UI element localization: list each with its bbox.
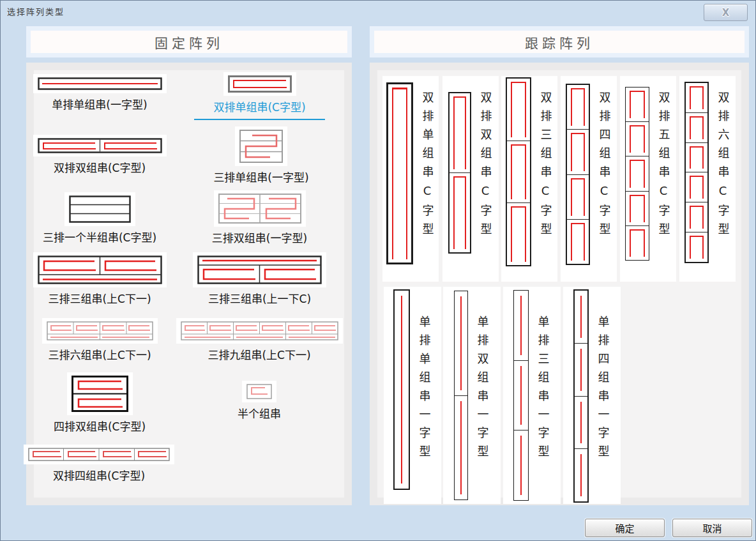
string-segment	[686, 113, 707, 143]
fixed-option-12-label: 半个组串	[238, 405, 281, 421]
fixed-option-5-diagram	[64, 192, 135, 226]
tracking-option-bot-4[interactable]: 单排四组串一字型	[563, 287, 621, 504]
string-segment	[626, 226, 649, 260]
string-segment	[686, 202, 707, 232]
string-segment	[514, 291, 528, 361]
tracking-option-label: 双排五组串C字型	[655, 91, 672, 282]
fixed-option-11[interactable]: 四排双组串(C字型)	[39, 372, 160, 434]
triple-row-single-string-s-icon	[239, 130, 283, 163]
red-line-string-icon	[580, 454, 582, 496]
fixed-option-13[interactable]: 双排四组串(C字型)	[22, 445, 176, 483]
fixed-option-10[interactable]: 三排九组串(上C下一)	[176, 318, 342, 362]
red-line-string-icon	[580, 349, 582, 391]
single-row-single-string-icon	[38, 77, 162, 90]
red-line-string-icon	[520, 436, 522, 495]
fixed-option-7[interactable]: 三排三组串(上C下一)	[29, 252, 170, 306]
tracking-option-bot-3[interactable]: 单排三组串一字型	[503, 287, 561, 504]
string-segment	[567, 130, 589, 174]
tracking-option-top-4[interactable]: 双排四组串C字型	[561, 76, 617, 282]
string-segment	[455, 291, 467, 396]
tracking-option-bot-2[interactable]: 单排双组串一字型	[443, 287, 501, 504]
half-string-icon	[246, 384, 272, 399]
fixed-option-9[interactable]: 三排六组串(上C下一)	[29, 318, 170, 362]
string-segment	[686, 172, 707, 202]
fixed-option-1[interactable]: 单排单组串(一字型)	[29, 74, 170, 112]
triple-row-triple-string-topc-icon	[38, 255, 162, 284]
string-segment	[388, 84, 411, 263]
red-c-string-icon	[690, 116, 704, 139]
tracking-option-bot-1[interactable]: 单排单组串一字型	[384, 287, 441, 504]
fixed-option-3-diagram	[33, 135, 167, 156]
tracking-option-label: 单排单组串一字型	[416, 316, 432, 504]
fixed-option-8-diagram	[193, 252, 326, 287]
red-c-string-icon	[571, 133, 585, 171]
triple-row-double-string-ss-icon	[218, 194, 301, 224]
fixed-option-5-label: 三排一个半组串(C字型)	[43, 229, 156, 245]
close-button[interactable]: X	[704, 4, 748, 21]
c-shape-string-diagram	[386, 82, 413, 264]
fixed-option-3[interactable]: 双排双组串(C字型)	[29, 135, 170, 175]
tracking-option-label: 双排双组串C字型	[477, 91, 494, 282]
string-segment	[686, 232, 707, 262]
fixed-option-6-label: 三排双组串(一字型)	[212, 229, 307, 245]
fixed-option-7-diagram	[33, 252, 167, 287]
double-row-single-string-c-icon	[228, 75, 292, 93]
double-row-double-string-c-icon	[38, 138, 162, 153]
string-segment	[575, 291, 587, 344]
fixed-option-13-label: 双排四组串(C字型)	[53, 467, 145, 483]
red-c-string-icon	[690, 236, 704, 259]
line-string-diagram	[393, 289, 410, 490]
fixed-option-6[interactable]: 三排双组串(一字型)	[210, 190, 309, 245]
red-c-string-icon	[690, 146, 704, 169]
string-segment	[567, 175, 589, 220]
red-c-string-icon	[630, 229, 645, 257]
string-segment	[575, 397, 587, 450]
fixed-option-10-label: 三排九组串(上C下一)	[208, 346, 310, 362]
fixed-option-8-label: 三排三组串(上一下C)	[208, 290, 311, 306]
cancel-button[interactable]: 取消	[672, 519, 752, 537]
quad-row-double-string-c-icon	[72, 376, 128, 412]
string-segment	[575, 344, 587, 397]
tracking-option-label: 单排三组串一字型	[534, 316, 551, 504]
tracking-option-top-1[interactable]: 双排单组串C字型	[382, 76, 439, 282]
fixed-option-4[interactable]: 三排单组串(一字型)	[216, 126, 306, 185]
line-string-diagram	[454, 291, 468, 500]
red-line-string-icon	[520, 366, 522, 425]
red-c-string-icon	[453, 96, 466, 169]
string-segment	[507, 203, 530, 265]
red-c-string-icon	[511, 206, 526, 262]
double-row-quad-string-c-icon	[28, 448, 170, 461]
red-line-string-icon	[580, 402, 582, 444]
tracking-option-label: 双排四组串C字型	[596, 91, 612, 282]
fixed-option-12[interactable]: 半个组串	[211, 381, 307, 421]
c-shape-string-diagram	[566, 84, 590, 265]
string-segment	[450, 93, 470, 173]
triple-row-six-string-icon	[47, 321, 153, 340]
tracking-option-top-5[interactable]: 双排五组串C字型	[620, 76, 676, 282]
tracking-array-panel: 双排单组串C字型双排双组串C字型双排三组串C字型双排四组串C字型双排五组串C字型…	[370, 63, 749, 505]
string-segment	[686, 83, 707, 113]
string-segment	[626, 156, 649, 191]
fixed-option-2-label: 双排单组串(C字型)	[213, 98, 305, 114]
c-shape-string-diagram	[684, 82, 709, 263]
c-shape-string-diagram	[506, 77, 531, 266]
fixed-option-2-selected[interactable]: 双排单组串(C字型)	[194, 72, 325, 120]
tracking-option-top-3[interactable]: 双排三组串C字型	[501, 76, 557, 282]
fixed-option-7-label: 三排三组串(上C下一)	[48, 290, 151, 306]
fixed-option-8[interactable]: 三排三组串(上一下C)	[191, 252, 328, 306]
tracking-option-label: 单排双组串一字型	[474, 316, 490, 504]
fixed-option-11-diagram	[67, 372, 133, 415]
red-c-string-icon	[690, 86, 704, 109]
red-line-string-icon	[520, 296, 522, 355]
triple-row-triple-string-bottomc-icon	[197, 255, 322, 284]
tracking-array-panel-title: 跟踪阵列	[370, 26, 749, 57]
string-segment	[450, 173, 470, 252]
tracking-option-top-6[interactable]: 双排六组串C字型	[679, 76, 736, 282]
fixed-option-5[interactable]: 三排一个半组串(C字型)	[26, 192, 173, 245]
string-segment	[455, 396, 467, 500]
fixed-option-1-diagram	[33, 74, 167, 93]
ok-button[interactable]: 确定	[585, 519, 665, 537]
tracking-option-top-2[interactable]: 双排双组串C字型	[442, 76, 499, 282]
fixed-array-panel: 单排单组串(一字型) 双排单组串(C字型) 双排	[26, 63, 352, 505]
string-segment	[626, 122, 649, 156]
